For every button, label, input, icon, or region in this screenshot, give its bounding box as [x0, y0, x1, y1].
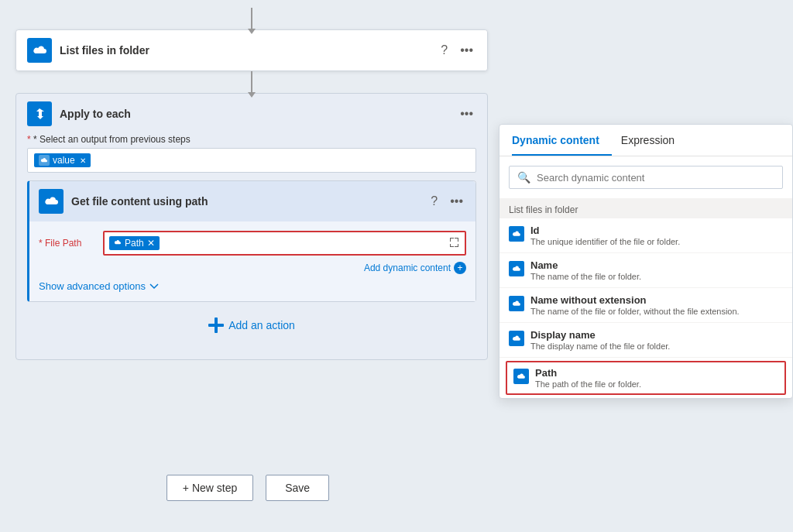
get-file-actions: ? ••• [427, 193, 466, 210]
dynamic-section-title: List files in folder [499, 198, 792, 218]
value-input-field[interactable]: value ✕ [27, 148, 476, 173]
apply-each-icon [27, 101, 52, 126]
dynamic-content-panel: Dynamic content Expression 🔍 List files … [499, 124, 793, 399]
add-action-label: Add an action [228, 319, 295, 331]
dynamic-item-id[interactable]: Id The unique identifier of the file or … [499, 218, 792, 253]
file-path-row: * File Path Path ✕ [39, 231, 466, 256]
list-files-help-btn[interactable]: ? [438, 42, 451, 59]
dynamic-items-list: Id The unique identifier of the file or … [499, 218, 792, 398]
list-files-title: List files in folder [60, 44, 430, 57]
dynamic-item-name[interactable]: Name The name of the file or folder. [499, 253, 792, 288]
tab-expression[interactable]: Expression [621, 125, 687, 156]
search-icon: 🔍 [517, 171, 530, 184]
add-action-btn[interactable]: Add an action [16, 317, 487, 333]
select-output-label-text: * Select an output from previous steps [33, 134, 191, 145]
get-file-help-btn[interactable]: ? [427, 193, 441, 210]
dynamic-item-name-no-ext-text: Name without extension The name of the f… [530, 294, 783, 316]
flow-area: List files in folder ? ••• Apply to each… [0, 0, 503, 532]
dynamic-item-id-desc: The unique identifier of the file or fol… [530, 237, 783, 246]
list-files-more-btn[interactable]: ••• [457, 42, 476, 59]
file-path-label: * File Path [39, 238, 97, 249]
path-tag: Path ✕ [109, 236, 160, 250]
field-expand-btn[interactable] [449, 237, 460, 250]
add-dynamic-link[interactable]: Add dynamic content [364, 263, 451, 273]
get-file-title: Get file content using path [71, 195, 420, 208]
list-files-icon [27, 38, 52, 63]
add-dynamic-row: Add dynamic content + [39, 262, 466, 274]
get-file-content-header: Get file content using path ? ••• [29, 181, 475, 221]
value-tag-remove[interactable]: ✕ [80, 156, 86, 165]
dynamic-item-path-icon [513, 369, 529, 384]
loop-icon [32, 106, 47, 122]
new-step-button[interactable]: + New step [166, 475, 253, 501]
dynamic-item-name-text: Name The name of the file or folder. [530, 259, 783, 281]
dynamic-item-path-label: Path [535, 367, 778, 379]
cloud-icon [32, 43, 47, 58]
cloud-item-icon-5 [517, 372, 526, 381]
value-tag: value ✕ [34, 153, 91, 167]
file-path-input[interactable]: Path ✕ [103, 231, 466, 256]
dynamic-item-name-no-ext[interactable]: Name without extension The name of the f… [499, 288, 792, 323]
dynamic-item-id-icon [509, 226, 524, 242]
add-dynamic-plus-btn[interactable]: + [454, 262, 466, 274]
value-tag-label: value [53, 155, 75, 166]
cloud-icon-2 [43, 194, 59, 209]
svg-rect-1 [215, 317, 218, 333]
arrow-connector-2 [251, 71, 252, 93]
dynamic-search-input[interactable] [537, 172, 774, 184]
dynamic-item-display-name[interactable]: Display name The display name of the fil… [499, 323, 792, 358]
get-file-icon [39, 189, 64, 214]
dynamic-item-display-desc: The display name of the file or folder. [530, 342, 783, 351]
dynamic-item-display-label: Display name [530, 329, 783, 341]
dynamic-item-id-text: Id The unique identifier of the file or … [530, 225, 783, 246]
arrow-connector-1 [251, 8, 252, 29]
select-output-label: * * Select an output from previous steps [27, 134, 476, 145]
show-advanced-label: Show advanced options [39, 280, 146, 292]
chevron-down-icon [149, 281, 160, 292]
bottom-buttons: + New step Save [0, 475, 496, 501]
list-files-card: List files in folder ? ••• [15, 29, 488, 71]
cloud-item-icon-4 [512, 334, 521, 343]
dynamic-item-display-icon [509, 331, 524, 346]
apply-each-title: Apply to each [60, 108, 449, 120]
cloud-item-icon-3 [512, 299, 521, 308]
show-advanced-options[interactable]: Show advanced options [39, 280, 466, 292]
apply-each-more-btn[interactable]: ••• [457, 105, 476, 122]
save-button[interactable]: Save [266, 475, 329, 501]
cloud-item-icon [512, 229, 521, 239]
select-output-section: * * Select an output from previous steps… [27, 134, 476, 173]
cloud-path-icon [114, 239, 122, 246]
dynamic-item-path[interactable]: Path The path of the file or folder. [506, 361, 786, 395]
dynamic-item-name-label: Name [530, 259, 783, 271]
apply-each-header: Apply to each ••• [16, 94, 487, 134]
required-star: * [27, 134, 33, 145]
get-file-body: * File Path Path ✕ [29, 221, 475, 301]
dynamic-item-id-name: Id [530, 225, 783, 236]
path-tag-icon [114, 238, 122, 249]
add-action-icon [208, 317, 224, 333]
value-tag-icon [39, 155, 50, 166]
dynamic-item-name-icon [509, 261, 524, 276]
path-tag-label: Path [125, 238, 144, 249]
cloud-item-icon-2 [512, 264, 521, 273]
list-files-actions: ? ••• [438, 42, 476, 59]
dynamic-item-name-desc: The name of the file or folder. [530, 272, 783, 281]
dynamic-item-name-no-ext-desc: The name of the file or folder, without … [530, 307, 783, 316]
expand-icon [449, 237, 460, 248]
path-tag-remove[interactable]: ✕ [147, 238, 155, 249]
dynamic-item-display-text: Display name The display name of the fil… [530, 329, 783, 351]
tab-dynamic-content[interactable]: Dynamic content [512, 125, 612, 156]
dynamic-search-box[interactable]: 🔍 [509, 166, 783, 189]
dynamic-item-name-no-ext-label: Name without extension [530, 294, 783, 306]
cloud-tag-icon [40, 156, 48, 164]
dynamic-panel-tabs: Dynamic content Expression [499, 125, 792, 156]
dynamic-item-path-desc: The path of the file or folder. [535, 379, 778, 389]
main-canvas: List files in folder ? ••• Apply to each… [0, 0, 793, 532]
dynamic-item-path-text: Path The path of the file or folder. [535, 367, 778, 389]
get-file-more-btn[interactable]: ••• [447, 193, 466, 210]
apply-each-card: Apply to each ••• * * Select an output f… [15, 93, 488, 360]
get-file-content-card: Get file content using path ? ••• * File… [27, 180, 476, 302]
dynamic-item-name-no-ext-icon [509, 296, 524, 311]
